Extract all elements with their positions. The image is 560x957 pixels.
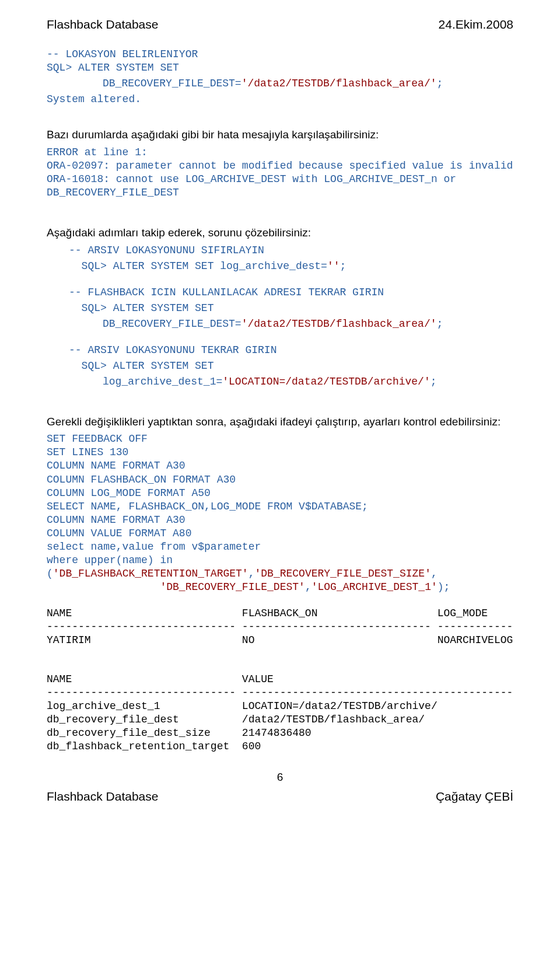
code-text: FLASHBACK_ON (85, 474, 173, 486)
code-comment: -- ARSIV LOKASYONUNU SIFIRLAYIN (69, 245, 264, 256)
code-text: LINES 130 (65, 446, 128, 458)
code-text: V$DATABASE; (292, 501, 368, 512)
code-keyword: COLUMN (47, 528, 85, 539)
code-text: log_archive_dest_1= (103, 376, 222, 387)
code-text: SQL> (82, 260, 113, 272)
code-text: FEEDBACK (65, 433, 128, 445)
output-table-1: NAME FLASHBACK_ON LOG_MODE -------------… (47, 607, 513, 647)
code-text: SQL> (82, 302, 113, 314)
code-text: A30 (160, 460, 185, 471)
code-line: SQL> ALTER SYSTEM SET (47, 359, 513, 373)
code-text: ( (47, 568, 53, 579)
code-text: ; (437, 318, 443, 330)
code-output: System altered. (47, 93, 513, 106)
code-line: -- ARSIV LOKASYONUNU TEKRAR GIRIN (47, 344, 513, 357)
code-keyword: SELECT (47, 501, 85, 512)
footer-right: Çağatay ÇEBİ (436, 790, 513, 804)
code-line: ORA-02097: parameter cannot be modified … (47, 160, 513, 172)
code-keyword: FORMAT (123, 460, 160, 471)
code-text: , (305, 581, 312, 593)
code-string: 'DB_RECOVERY_FILE_DEST' (160, 581, 304, 593)
code-text: VALUE (85, 528, 129, 539)
code-line: log_archive_dest_1='LOCATION=/data2/TEST… (47, 375, 513, 389)
code-keyword: ALTER (113, 260, 145, 272)
code-comment: -- FLASHBACK ICIN KULLANILACAK ADRESI TE… (69, 287, 384, 298)
code-keyword: FORMAT (148, 487, 186, 499)
code-text: DB_RECOVERY_FILE_DEST= (103, 318, 242, 330)
code-text: altered. (85, 93, 141, 105)
code-keyword: FORMAT (123, 514, 160, 526)
table-divider: ------------------------------ ---------… (47, 621, 513, 633)
code-keyword: OFF (128, 433, 147, 445)
code-line: -- ARSIV LOKASYONUNU SIFIRLAYIN (47, 244, 513, 257)
code-string: 'LOG_ARCHIVE_DEST_1' (312, 581, 438, 593)
code-text: NAME, FLASHBACK_ON,LOG_MODE (85, 501, 267, 512)
code-block-query: SET FEEDBACK OFF SET LINES 130 COLUMN NA… (47, 432, 513, 593)
code-string: 'DB_FLASHBACK_RETENTION_TARGET' (53, 568, 249, 579)
code-text: , (249, 568, 255, 579)
header-left: Flashback Database (47, 18, 158, 32)
table-row: YATIRIM NO NOARCHIVELOG (47, 634, 513, 646)
code-line: DB_RECOVERY_FILE_DEST='/data2/TESTDB/fla… (47, 77, 513, 90)
code-text: System (47, 93, 85, 105)
table-divider: ------------------------------ ---------… (47, 687, 513, 698)
table-row: log_archive_dest_1 LOCATION=/data2/TESTD… (47, 700, 438, 712)
code-text: DB_RECOVERY_FILE_DEST= (103, 78, 242, 89)
code-text: SQL> (47, 62, 78, 74)
code-text: SYSTEM (110, 62, 160, 74)
code-text: name,value (85, 541, 160, 553)
code-line: DB_RECOVERY_FILE_DEST (47, 187, 179, 198)
code-string: '/data2/TESTDB/flashback_area/' (242, 318, 437, 330)
paragraph: Gerekli değişiklikleri yaptıktan sonra, … (47, 414, 513, 429)
error-block: ERROR at line 1: ORA-02097: parameter ca… (47, 146, 513, 200)
code-text: LOG_MODE (85, 487, 148, 499)
page-number: 6 (47, 771, 513, 784)
code-text: A50 (186, 487, 211, 499)
code-keyword: select (47, 541, 85, 553)
code-text: log_archive_dest= (214, 260, 327, 272)
code-string: 'LOCATION=/data2/TESTDB/archive/' (222, 376, 430, 387)
code-keyword: in (160, 554, 173, 566)
code-text: SQL> (82, 360, 113, 372)
code-text: upper(name) (78, 554, 160, 566)
code-text: v$parameter (186, 541, 261, 553)
page-header: Flashback Database 24.Ekim.2008 (47, 18, 513, 32)
code-text: SYSTEM (145, 302, 195, 314)
code-keyword: COLUMN (47, 487, 85, 499)
table-row: db_flashback_retention_target 600 (47, 741, 261, 752)
code-keyword: SET (195, 360, 214, 372)
code-keyword: where (47, 554, 78, 566)
code-text: A30 (211, 474, 236, 486)
code-keyword: from (160, 541, 185, 553)
code-keyword: COLUMN (47, 460, 85, 471)
code-line: -- FLASHBACK ICIN KULLANILACAK ADRESI TE… (47, 286, 513, 299)
code-keyword: ALTER (113, 360, 145, 372)
header-right: 24.Ekim.2008 (439, 18, 513, 32)
table-row: db_recovery_file_dest /data2/TESTDB/flas… (47, 714, 425, 725)
page-footer: Flashback Database Çağatay ÇEBİ (47, 790, 513, 804)
footer-left: Flashback Database (47, 790, 158, 804)
code-keyword: SET (47, 433, 65, 445)
code-text: , (431, 568, 438, 579)
code-keyword: ALTER (78, 62, 110, 74)
paragraph: Bazı durumlarda aşağıdaki gibi bir hata … (47, 127, 513, 142)
code-text: NAME (85, 514, 123, 526)
table-header: NAME VALUE (47, 673, 274, 685)
code-line: SQL> ALTER SYSTEM SET (47, 302, 513, 315)
code-keyword: SET (195, 260, 214, 272)
paragraph: Aşağıdaki adımları takip ederek, sorunu … (47, 225, 513, 240)
code-keyword: SET (160, 62, 178, 74)
table-header: NAME FLASHBACK_ON LOG_MODE (47, 607, 488, 619)
code-text: A80 (166, 528, 191, 539)
code-keyword: COLUMN (47, 514, 85, 526)
code-line: ORA-16018: cannot use LOG_ARCHIVE_DEST w… (47, 173, 456, 185)
code-text: ; (340, 260, 346, 272)
code-keyword: SET (195, 302, 214, 314)
code-text: SYSTEM (145, 360, 195, 372)
code-keyword: ALTER (113, 302, 145, 314)
code-line: DB_RECOVERY_FILE_DEST='/data2/TESTDB/fla… (47, 317, 513, 331)
code-keyword: FORMAT (128, 528, 166, 539)
output-table-2: NAME VALUE -----------------------------… (47, 673, 513, 753)
code-keyword: FORMAT (173, 474, 211, 486)
code-comment: -- LOKASYON BELIRLENIYOR (47, 48, 198, 60)
